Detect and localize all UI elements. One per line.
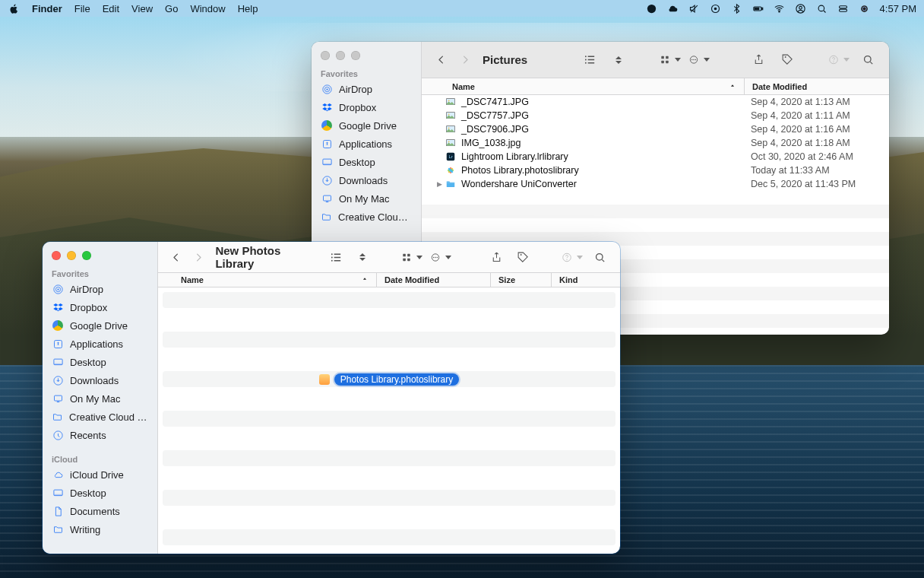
menubar-app[interactable]: Finder	[32, 3, 62, 14]
view-sort-stepper[interactable]	[608, 51, 629, 69]
group-by-button[interactable]	[401, 248, 422, 266]
nav-back-button[interactable]	[432, 52, 449, 68]
sidebar-item-on-my-mac[interactable]: On My Mac	[312, 189, 421, 208]
column-date[interactable]: Date Modified	[745, 78, 889, 94]
file-name: _DSC7757.JPG	[461, 110, 529, 121]
svg-point-2	[714, 8, 717, 10]
minimize-button[interactable]	[67, 251, 76, 260]
file-row[interactable]: Photos Library.photoslibraryToday at 11:…	[422, 164, 889, 177]
sidebar-item-label: Applications	[70, 338, 123, 350]
menubar-screencast-icon[interactable]	[710, 3, 722, 14]
sidebar-item-label: Documents	[70, 506, 120, 517]
tags-button[interactable]	[777, 51, 798, 69]
column-headers: Name Date Modified	[422, 78, 889, 95]
sidebar-item-applications[interactable]: Applications	[43, 335, 157, 353]
file-icon	[445, 138, 457, 148]
file-row[interactable]: _DSC7906.JPGSep 4, 2020 at 1:16 AM	[422, 122, 889, 136]
menubar-file[interactable]: File	[74, 3, 90, 14]
sidebar-item-google-drive[interactable]: Google Drive	[43, 316, 157, 335]
column-name[interactable]: Name	[422, 78, 745, 94]
menubar-spotlight-icon[interactable]	[816, 3, 828, 14]
sidebar-item-desktop[interactable]: Desktop	[312, 153, 421, 171]
sidebar-item-icloud-drive[interactable]: iCloud Drive	[43, 465, 157, 484]
tags-button[interactable]	[514, 248, 533, 266]
file-row[interactable]: _DSC7757.JPGSep 4, 2020 at 1:11 AM	[422, 109, 889, 122]
search-button[interactable]	[857, 51, 878, 69]
share-button[interactable]	[748, 51, 769, 69]
nav-forward-button[interactable]	[191, 249, 207, 265]
sidebar-item-dropbox[interactable]: Dropbox	[312, 98, 421, 116]
search-button[interactable]	[590, 248, 609, 266]
fullscreen-button[interactable]	[82, 251, 91, 260]
help-button[interactable]	[562, 248, 583, 266]
menubar-help[interactable]: Help	[238, 3, 258, 14]
dropbox-icon	[321, 101, 333, 113]
menubar-user-icon[interactable]	[795, 3, 807, 14]
close-button[interactable]	[321, 51, 330, 60]
sidebar-item-downloads[interactable]: Downloads	[43, 371, 157, 389]
menubar-view[interactable]: View	[131, 3, 153, 14]
sidebar-item-on-my-mac[interactable]: On My Mac	[43, 389, 157, 408]
disclosure-icon[interactable]: ▶	[437, 180, 445, 188]
toolbar: New Photos Library	[158, 242, 620, 273]
sidebar-item-label: Desktop	[70, 357, 106, 368]
actions-button[interactable]	[430, 248, 451, 266]
share-button[interactable]	[487, 248, 506, 266]
sidebar-item-recents[interactable]: Recents	[43, 426, 157, 444]
sidebar-item-label: Downloads	[339, 175, 388, 186]
menubar-edit[interactable]: Edit	[103, 3, 119, 14]
file-row[interactable]: ▶Wondershare UniConverterDec 5, 2020 at …	[422, 177, 889, 191]
sidebar-item-airdrop[interactable]: AirDrop	[43, 280, 157, 298]
file-row[interactable]: IMG_1038.jpgSep 4, 2020 at 1:18 AM	[422, 136, 889, 150]
file-row[interactable]: Lightroom Library.lrlibraryOct 30, 2020 …	[422, 150, 889, 164]
apple-menu-icon[interactable]	[8, 3, 20, 14]
sidebar-item-dropbox[interactable]: Dropbox	[43, 298, 157, 316]
view-sort-stepper[interactable]	[353, 248, 372, 266]
menubar-bluetooth-icon[interactable]	[731, 3, 743, 14]
apps-icon	[321, 138, 333, 150]
menubar-control-center-icon[interactable]	[837, 3, 850, 14]
sidebar-item-google-drive[interactable]: Google Drive	[312, 116, 421, 135]
menubar-battery-icon[interactable]	[752, 3, 764, 14]
column-size[interactable]: Size	[491, 273, 552, 287]
view-list-button[interactable]	[579, 51, 600, 69]
close-button[interactable]	[52, 251, 61, 260]
mac-icon	[321, 192, 333, 205]
sidebar-item-desktop[interactable]: Desktop	[43, 484, 157, 502]
menubar-icloud-icon[interactable]	[667, 3, 679, 14]
list-item-selected[interactable]: Photos Library.photoslibrary	[163, 371, 615, 387]
sidebar-item-airdrop[interactable]: AirDrop	[312, 80, 421, 98]
view-list-button[interactable]	[327, 248, 346, 266]
nav-forward-button[interactable]	[457, 52, 473, 68]
column-date[interactable]: Date Modified	[377, 273, 491, 287]
file-row[interactable]: _DSC7471.JPGSep 4, 2020 at 1:13 AM	[422, 95, 889, 109]
selected-file-label[interactable]: Photos Library.photoslibrary	[334, 373, 460, 386]
sidebar-item-downloads[interactable]: Downloads	[312, 171, 421, 189]
menubar-mute-icon[interactable]	[688, 3, 701, 14]
column-name[interactable]: Name	[158, 273, 377, 287]
group-by-button[interactable]	[660, 51, 681, 69]
menubar-icon-app1[interactable]	[646, 3, 658, 14]
minimize-button[interactable]	[336, 51, 345, 60]
finder-window-new-photos-library[interactable]: Favorites AirDropDropboxGoogle DriveAppl…	[43, 242, 620, 554]
sidebar-item-documents[interactable]: Documents	[43, 502, 157, 520]
column-kind[interactable]: Kind	[552, 273, 620, 287]
menubar-go[interactable]: Go	[165, 3, 178, 14]
sidebar-item-applications[interactable]: Applications	[312, 135, 421, 153]
menubar-siri-icon[interactable]	[859, 3, 871, 14]
file-date: Sep 4, 2020 at 1:16 AM	[745, 124, 889, 135]
help-button[interactable]	[828, 51, 850, 69]
sidebar-item-creative-cloud-files[interactable]: Creative Cloud Files	[43, 408, 157, 426]
apps-icon	[52, 338, 64, 350]
actions-button[interactable]	[688, 51, 710, 69]
menubar-window[interactable]: Window	[190, 3, 225, 14]
sidebar-item-creative-cloud-files[interactable]: Creative Cloud Files	[312, 208, 421, 226]
sidebar-item-desktop[interactable]: Desktop	[43, 353, 157, 371]
nav-back-button[interactable]	[169, 249, 184, 265]
menubar-wifi-icon[interactable]	[774, 3, 786, 14]
menubar-clock[interactable]: 4:57 PM	[880, 3, 916, 14]
fullscreen-button[interactable]	[351, 51, 360, 60]
sidebar-item-label: Downloads	[70, 375, 119, 386]
sidebar-item-writing[interactable]: Writing	[43, 520, 157, 538]
file-list[interactable]: Photos Library.photoslibrary	[158, 287, 620, 554]
